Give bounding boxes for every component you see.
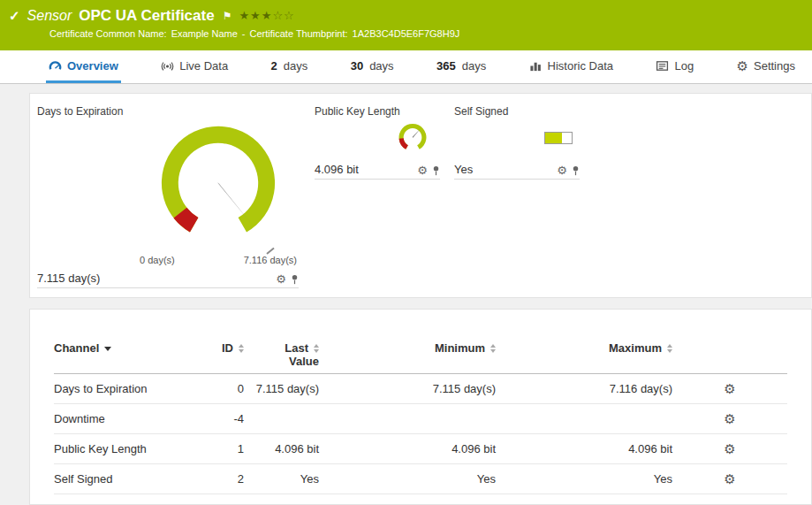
channel-tile-self-signed[interactable]: Self Signed Yes ⚙ bbox=[454, 105, 580, 180]
channel-footer: 7.115 day(s) ⚙ bbox=[37, 272, 299, 288]
page: { "colors": { "header_green": "#9bbc00",… bbox=[0, 0, 812, 505]
tab-label: Historic Data bbox=[548, 59, 613, 73]
sort-caret-down-icon bbox=[104, 347, 111, 351]
channel-last-value: Yes bbox=[454, 163, 473, 176]
common-name-label: Certificate Common Name: bbox=[49, 28, 167, 39]
tab-number: 365 bbox=[436, 59, 456, 73]
tab-2-days[interactable]: 2 days bbox=[269, 50, 311, 83]
tab-overview[interactable]: Overview bbox=[46, 50, 121, 83]
needle-marker-icon bbox=[265, 247, 276, 255]
cell-minimum: 4.096 bit bbox=[319, 442, 496, 455]
sensor-header: ✓ Sensor OPC UA Certificate ⚑ ★★★☆☆ Cert… bbox=[0, 0, 812, 50]
channel-gear-icon[interactable]: ⚙ bbox=[417, 165, 428, 176]
gauge-wrapper bbox=[454, 118, 580, 157]
gauge-min-label: 0 day(s) bbox=[140, 255, 175, 265]
content-area: Days to Expiration 0 day(s) 7.116 day(s)… bbox=[0, 84, 812, 505]
thumbprint-label: Certificate Thumbprint: bbox=[250, 28, 348, 39]
self-signed-indicator bbox=[544, 132, 573, 144]
tab-number: 2 bbox=[271, 59, 277, 73]
sort-icon bbox=[667, 344, 672, 353]
channel-tile-days-to-expiration[interactable]: Days to Expiration 0 day(s) 7.116 day(s)… bbox=[37, 105, 299, 288]
object-kind-label: Sensor bbox=[27, 6, 72, 26]
tab-settings[interactable]: ⚙ Settings bbox=[734, 50, 798, 83]
tab-30-days[interactable]: 30 days bbox=[348, 50, 397, 83]
cell-last-value: Yes bbox=[244, 472, 319, 486]
tab-label: days bbox=[284, 59, 307, 73]
sensor-subtitle: Certificate Common Name:Example Name-Cer… bbox=[49, 28, 812, 39]
table-row[interactable]: Self Signed 2 Yes Yes Yes ⚙ bbox=[54, 464, 787, 494]
channel-settings-gear-icon[interactable]: ⚙ bbox=[672, 471, 787, 487]
channel-settings-gear-icon[interactable]: ⚙ bbox=[672, 411, 787, 427]
status-check-icon: ✓ bbox=[9, 6, 20, 26]
gauge-wrapper bbox=[315, 118, 440, 157]
pin-icon[interactable] bbox=[291, 274, 299, 285]
channel-gear-icon[interactable]: ⚙ bbox=[276, 273, 286, 285]
subtitle-dash: - bbox=[242, 28, 246, 39]
live-data-broadcast-icon bbox=[161, 59, 174, 73]
cell-channel: Public Key Length bbox=[54, 442, 204, 455]
column-header-maximum[interactable]: Maximum bbox=[496, 341, 672, 355]
column-label: Channel bbox=[54, 341, 99, 355]
table-header-row: Channel ID Last Value Minimum Maximum bbox=[54, 341, 787, 374]
gauges-panel: Days to Expiration 0 day(s) 7.116 day(s)… bbox=[29, 93, 812, 298]
channel-tile-public-key-length[interactable]: Public Key Length 4.096 bit ⚙ bbox=[315, 105, 440, 180]
page-title: OPC UA Certificate bbox=[79, 6, 214, 26]
cell-channel: Downtime bbox=[54, 412, 204, 425]
tab-365-days[interactable]: 365 days bbox=[434, 50, 489, 83]
cell-id: 0 bbox=[204, 382, 244, 395]
cell-channel: Days to Expiration bbox=[54, 382, 204, 395]
table-row[interactable]: Downtime -4 ⚙ bbox=[54, 404, 787, 434]
column-header-channel[interactable]: Channel bbox=[54, 341, 204, 355]
tab-label: Live Data bbox=[179, 59, 228, 73]
common-name-value: Example Name bbox=[171, 28, 238, 39]
cell-last-value: 4.096 bit bbox=[244, 442, 319, 455]
channel-footer: 4.096 bit ⚙ bbox=[315, 163, 440, 180]
public-key-length-gauge bbox=[392, 120, 433, 156]
column-header-minimum[interactable]: Minimum bbox=[319, 341, 496, 355]
cell-id: -4 bbox=[204, 412, 244, 425]
cell-id: 2 bbox=[204, 472, 244, 486]
column-header-id[interactable]: ID bbox=[204, 341, 244, 355]
column-label: Minimum bbox=[435, 341, 485, 355]
cell-minimum: Yes bbox=[319, 472, 496, 486]
tab-label: Settings bbox=[754, 59, 795, 73]
pin-icon[interactable] bbox=[432, 165, 440, 176]
column-label: Value bbox=[289, 355, 319, 368]
channel-title: Public Key Length bbox=[315, 105, 440, 118]
tab-log[interactable]: Log bbox=[653, 50, 696, 83]
historic-data-chart-icon bbox=[529, 59, 543, 73]
cell-maximum: 7.116 day(s) bbox=[496, 382, 672, 395]
channels-table-panel: Channel ID Last Value Minimum Maximum bbox=[29, 309, 812, 505]
channel-last-value: 7.115 day(s) bbox=[37, 272, 100, 285]
gauge-scale-labels: 0 day(s) 7.116 day(s) bbox=[138, 247, 299, 265]
table-row[interactable]: Days to Expiration 0 7.115 day(s) 7.115 … bbox=[54, 374, 787, 404]
channel-title: Days to Expiration bbox=[37, 105, 299, 118]
column-header-last-value[interactable]: Last Value bbox=[244, 341, 319, 368]
tab-live-data[interactable]: Live Data bbox=[158, 50, 231, 83]
channel-gear-icon[interactable]: ⚙ bbox=[557, 165, 567, 176]
gauge-wrapper: 0 day(s) 7.116 day(s) bbox=[138, 118, 299, 265]
cell-last-value: 7.115 day(s) bbox=[244, 382, 319, 395]
tab-bar: Overview Live Data 2 days 30 days 365 da… bbox=[0, 50, 812, 84]
stars-filled: ★★★ bbox=[239, 9, 272, 22]
stars-empty: ☆☆ bbox=[272, 9, 294, 22]
channel-settings-gear-icon[interactable]: ⚙ bbox=[672, 441, 787, 457]
channel-settings-gear-icon[interactable]: ⚙ bbox=[672, 381, 787, 397]
settings-gear-icon: ⚙ bbox=[737, 59, 748, 73]
table-row[interactable]: Public Key Length 1 4.096 bit 4.096 bit … bbox=[54, 434, 787, 464]
priority-stars[interactable]: ★★★☆☆ bbox=[239, 6, 294, 26]
column-label: ID bbox=[222, 341, 233, 355]
days-to-expiration-gauge bbox=[138, 118, 299, 252]
channel-title: Self Signed bbox=[454, 105, 580, 118]
overview-gauge-icon bbox=[49, 59, 62, 73]
cell-channel: Self Signed bbox=[54, 472, 204, 486]
thumbprint-value: 1A2B3C4D5E6F7G8H9J bbox=[353, 28, 460, 39]
log-list-icon bbox=[656, 59, 669, 73]
gauge-max-label: 7.116 day(s) bbox=[244, 255, 297, 265]
pin-icon[interactable] bbox=[572, 165, 580, 176]
tab-label: Log bbox=[674, 59, 694, 73]
channel-last-value: 4.096 bit bbox=[315, 163, 359, 176]
column-label: Last bbox=[285, 341, 308, 355]
flag-icon[interactable]: ⚑ bbox=[223, 6, 232, 26]
tab-historic-data[interactable]: Historic Data bbox=[527, 50, 616, 83]
